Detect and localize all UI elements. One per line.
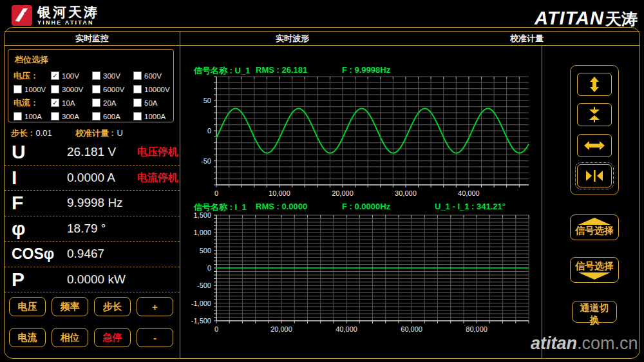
measurement-symbol: φ xyxy=(12,218,25,240)
control-button-频率[interactable]: 频率 xyxy=(52,297,88,316)
brand-logo: 银河天涛 YINHE ATITAN xyxy=(11,5,99,26)
step-label: 步长 : xyxy=(11,128,33,138)
checkbox-label-1000V: 1000V xyxy=(24,86,46,93)
waveform-i-info: 信号名称 : I_1RMS : 0.0000F : 0.0000HzU_1 - … xyxy=(180,202,542,212)
site-watermark: atitan.com.cn xyxy=(531,334,638,354)
checkbox-box-20A xyxy=(92,99,100,107)
svg-text:20,000: 20,000 xyxy=(270,325,292,333)
checkbox-20A[interactable]: 20A xyxy=(92,99,133,107)
checkbox-50A[interactable]: 50A xyxy=(133,99,176,107)
signal-select-up-label: 信号选择 xyxy=(575,225,614,237)
panel-title-monitor: 实时监控 xyxy=(5,32,180,45)
checkbox-300V[interactable]: 300V xyxy=(92,71,133,80)
checkbox-box-1000V xyxy=(14,85,22,93)
checkbox-10000V[interactable]: 10000V xyxy=(133,85,176,93)
cal-target-value: U xyxy=(117,128,122,138)
checkbox-10A[interactable]: ✓10A xyxy=(51,99,92,107)
svg-text:20,000: 20,000 xyxy=(332,189,354,197)
svg-text:80,000: 80,000 xyxy=(466,325,488,333)
range-select-title: 档位选择 xyxy=(15,54,48,66)
brand-logo-right: ATITAN 天涛 xyxy=(535,8,638,30)
control-button-步长[interactable]: 步长 xyxy=(94,297,131,316)
checkbox-box-10A: ✓ xyxy=(51,99,59,107)
svg-text:40,000: 40,000 xyxy=(458,189,480,197)
measurement-symbol: U xyxy=(12,141,26,163)
checkbox-100V[interactable]: ✓100V xyxy=(51,71,92,80)
svg-text:30,000: 30,000 xyxy=(395,189,417,197)
control-button-+[interactable]: + xyxy=(137,297,173,316)
checkbox-label-20A: 20A xyxy=(103,99,116,107)
watermark-rest: .com.cn xyxy=(577,334,638,353)
brand-mark-icon xyxy=(11,5,33,26)
checkbox-box-10000V xyxy=(133,85,142,93)
checkbox-300A[interactable]: 300A xyxy=(51,112,92,120)
svg-text:0: 0 xyxy=(207,264,211,272)
checkbox-3000V[interactable]: 3000V xyxy=(51,85,92,93)
checkbox-box-3000V xyxy=(51,85,59,93)
collapse-horizontal-icon xyxy=(583,168,605,184)
control-button-电流[interactable]: 电流 xyxy=(9,328,46,347)
control-button-电压[interactable]: 电压 xyxy=(9,297,46,316)
svg-text:60,000: 60,000 xyxy=(401,325,422,333)
control-button-grid: 电压频率步长+电流相位急停- xyxy=(9,297,173,347)
app-window: 银河天涛 YINHE ATITAN ATITAN 天涛 实时监控 实时波形 校准… xyxy=(0,0,644,362)
checkbox-1000A[interactable]: 1000A xyxy=(133,112,176,120)
measurement-row-φ: φ18.79 ° xyxy=(5,216,180,242)
status-row: 步长 : 0.01 校准计量 : U xyxy=(11,127,173,138)
measurement-symbol: I xyxy=(12,167,17,189)
main-frame: 实时监控 实时波形 校准计量 档位选择 电压：✓100V300V600V1000… xyxy=(4,27,640,359)
expand-horizontal-icon xyxy=(583,138,605,153)
measurement-row-P: P0.0000 kW xyxy=(5,267,180,293)
checkbox-box-50A xyxy=(133,99,142,107)
chart-info-item: U_1 - I_1 : 341.21° xyxy=(435,202,506,211)
signal-select-down-button[interactable]: 信号选择 xyxy=(570,257,619,283)
collapse-horizontal-button[interactable] xyxy=(577,164,612,187)
checkbox-label-6000V: 6000V xyxy=(103,86,124,93)
control-button-相位[interactable]: 相位 xyxy=(52,328,88,347)
measurement-row-U: U26.181 V电压停机 xyxy=(5,140,180,166)
checkbox-box-300A xyxy=(51,112,59,120)
checkbox-600A[interactable]: 600A xyxy=(92,112,133,120)
checkbox-box-300V xyxy=(92,71,100,80)
measurement-value: 26.181 V xyxy=(67,145,116,159)
measurement-symbol: F xyxy=(12,192,23,214)
expand-horizontal-button[interactable] xyxy=(577,134,612,157)
alarm-text: 电流停机 xyxy=(137,171,178,184)
signal-select-down-label: 信号选择 xyxy=(575,260,614,272)
checkbox-100A[interactable]: 100A xyxy=(14,112,51,120)
current-label: 电流： xyxy=(14,97,51,109)
triangle-down-icon xyxy=(578,272,611,280)
panel-title-calibration: 校准计量 xyxy=(495,32,559,45)
measurement-row-COSφ: COSφ0.9467 xyxy=(5,242,180,267)
channel-switch-button[interactable]: 通道切换 xyxy=(572,301,617,323)
triangle-up-icon xyxy=(578,218,611,225)
checkbox-600V[interactable]: 600V xyxy=(133,71,176,80)
checkbox-label-300V: 300V xyxy=(103,72,120,80)
control-button-急停[interactable]: 急停 xyxy=(94,328,131,347)
measurement-value: 0.0000 A xyxy=(67,171,115,185)
checkbox-box-6000V xyxy=(92,85,100,93)
collapse-vertical-button[interactable] xyxy=(577,103,612,126)
checkbox-6000V[interactable]: 6000V xyxy=(92,85,133,93)
measurement-list: U26.181 V电压停机I0.0000 A电流停机F9.9998 Hzφ18.… xyxy=(5,140,180,292)
svg-text:10,000: 10,000 xyxy=(269,189,290,197)
checkbox-label-100V: 100V xyxy=(62,72,79,80)
watermark-bold: atitan xyxy=(531,334,577,353)
monitor-panel: 档位选择 电压：✓100V300V600V1000V3000V6000V1000… xyxy=(5,45,180,358)
control-button--[interactable]: - xyxy=(137,328,173,347)
svg-text:-500: -500 xyxy=(197,281,211,289)
svg-text:1,000: 1,000 xyxy=(193,229,211,236)
svg-text:0: 0 xyxy=(207,127,211,135)
measurement-value: 18.79 ° xyxy=(67,222,106,236)
expand-vertical-button[interactable] xyxy=(577,73,612,96)
checkbox-label-600A: 600A xyxy=(103,113,120,120)
brand-subtitle: YINHE ATITAN xyxy=(37,19,99,26)
svg-text:0: 0 xyxy=(214,189,218,197)
collapse-vertical-icon xyxy=(583,107,605,122)
expand-vertical-icon xyxy=(583,77,605,92)
signal-select-up-button[interactable]: 信号选择 xyxy=(570,214,619,240)
voltage-label: 电压： xyxy=(14,70,51,82)
checkbox-label-100A: 100A xyxy=(24,113,42,120)
checkbox-1000V[interactable]: 1000V xyxy=(14,85,51,93)
measurement-value: 0.0000 kW xyxy=(67,272,126,287)
